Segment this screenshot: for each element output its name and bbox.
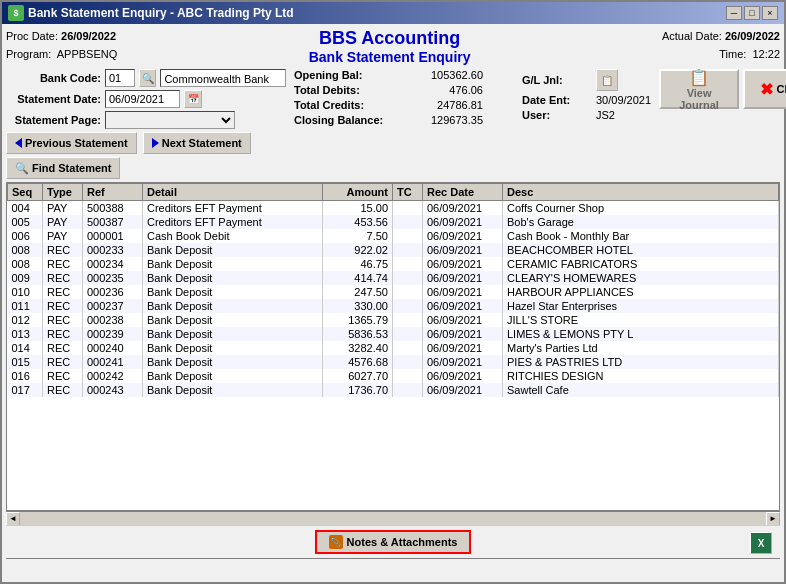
maximize-button[interactable]: □ [744, 6, 760, 20]
table-row[interactable]: 009 REC 000235 Bank Deposit 414.74 06/09… [8, 271, 779, 285]
cell-seq: 005 [8, 215, 43, 229]
excel-icon: X [758, 538, 765, 549]
notes-attachments-button[interactable]: 📎 Notes & Attachments [315, 530, 472, 554]
closing-bal-row: Closing Balance: 129673.35 [294, 114, 514, 126]
find-btn-row: 🔍 Find Statement [6, 157, 780, 179]
cell-ref: 000234 [83, 257, 143, 271]
cell-type: REC [43, 257, 83, 271]
cell-amount: 3282.40 [323, 341, 393, 355]
right-form-btn: G/L Jnl: 📋 Date Ent: 30/09/2021 User: JS… [522, 69, 786, 121]
bank-code-search-button[interactable]: 🔍 [139, 69, 156, 87]
total-credits-label: Total Credits: [294, 99, 399, 111]
cell-rec-date: 06/09/2021 [423, 299, 503, 313]
table-row[interactable]: 004 PAY 500388 Creditors EFT Payment 15.… [8, 201, 779, 216]
cell-tc [393, 341, 423, 355]
scroll-right-button[interactable]: ► [766, 512, 780, 526]
total-debits-value: 476.06 [403, 84, 483, 96]
table-row[interactable]: 016 REC 000242 Bank Deposit 6027.70 06/0… [8, 369, 779, 383]
cell-amount: 1365.79 [323, 313, 393, 327]
calendar-button[interactable]: 📅 [184, 90, 202, 108]
cell-tc [393, 355, 423, 369]
cell-detail: Bank Deposit [143, 341, 323, 355]
col-tc: TC [393, 184, 423, 201]
col-type: Type [43, 184, 83, 201]
notes-attachments-label: Notes & Attachments [347, 536, 458, 548]
cell-ref: 500388 [83, 201, 143, 216]
cell-amount: 4576.68 [323, 355, 393, 369]
table-row[interactable]: 011 REC 000237 Bank Deposit 330.00 06/09… [8, 299, 779, 313]
cell-rec-date: 06/09/2021 [423, 271, 503, 285]
gl-jnl-button[interactable]: 📋 [596, 69, 618, 91]
cell-amount: 414.74 [323, 271, 393, 285]
window-controls: ─ □ × [726, 6, 778, 20]
view-journal-button[interactable]: 📋 View Journal [659, 69, 739, 109]
cell-ref: 000239 [83, 327, 143, 341]
user-value: JS2 [596, 109, 615, 121]
scroll-left-button[interactable]: ◄ [6, 512, 20, 526]
cell-tc [393, 299, 423, 313]
table-row[interactable]: 006 PAY 000001 Cash Book Debit 7.50 06/0… [8, 229, 779, 243]
table-row[interactable]: 014 REC 000240 Bank Deposit 3282.40 06/0… [8, 341, 779, 355]
cell-desc: Marty's Parties Ltd [503, 341, 779, 355]
statement-date-input[interactable] [105, 90, 180, 108]
cell-ref: 000001 [83, 229, 143, 243]
cell-ref: 000233 [83, 243, 143, 257]
cell-seq: 008 [8, 257, 43, 271]
cell-amount: 7.50 [323, 229, 393, 243]
table-row[interactable]: 005 PAY 500387 Creditors EFT Payment 453… [8, 215, 779, 229]
next-statement-label: Next Statement [162, 137, 242, 149]
date-ent-row: Date Ent: 30/09/2021 [522, 94, 651, 106]
table-row[interactable]: 012 REC 000238 Bank Deposit 1365.79 06/0… [8, 313, 779, 327]
excel-export-button[interactable]: X [750, 532, 772, 554]
company-name: BBS Accounting [117, 28, 662, 49]
cell-detail: Bank Deposit [143, 271, 323, 285]
minimize-button[interactable]: ─ [726, 6, 742, 20]
program-value: APPBSENQ [57, 48, 118, 60]
table-row[interactable]: 008 REC 000233 Bank Deposit 922.02 06/09… [8, 243, 779, 257]
cell-rec-date: 06/09/2021 [423, 327, 503, 341]
find-statement-label: Find Statement [32, 162, 111, 174]
close-button[interactable]: ✖ Close [743, 69, 786, 109]
prev-statement-button[interactable]: Previous Statement [6, 132, 137, 154]
total-credits-row: Total Credits: 24786.81 [294, 99, 514, 111]
time-label: Time: [719, 48, 746, 60]
cell-rec-date: 06/09/2021 [423, 257, 503, 271]
table-row[interactable]: 013 REC 000239 Bank Deposit 5836.53 06/0… [8, 327, 779, 341]
gl-jnl-label: G/L Jnl: [522, 74, 592, 86]
table-row[interactable]: 015 REC 000241 Bank Deposit 4576.68 06/0… [8, 355, 779, 369]
find-statement-button[interactable]: 🔍 Find Statement [6, 157, 120, 179]
close-window-button[interactable]: × [762, 6, 778, 20]
opening-bal-label: Opening Bal: [294, 69, 399, 81]
cell-seq: 013 [8, 327, 43, 341]
view-journal-label: View Journal [669, 87, 729, 111]
cell-desc: HARBOUR APPLIANCES [503, 285, 779, 299]
table-row[interactable]: 008 REC 000234 Bank Deposit 46.75 06/09/… [8, 257, 779, 271]
cell-type: REC [43, 369, 83, 383]
cell-desc: CLEARY'S HOMEWARES [503, 271, 779, 285]
col-amount: Amount [323, 184, 393, 201]
cell-rec-date: 06/09/2021 [423, 369, 503, 383]
cell-type: REC [43, 355, 83, 369]
col-ref: Ref [83, 184, 143, 201]
table-row[interactable]: 010 REC 000236 Bank Deposit 247.50 06/09… [8, 285, 779, 299]
statement-page-select[interactable] [105, 111, 235, 129]
cell-rec-date: 06/09/2021 [423, 313, 503, 327]
bank-code-input[interactable] [105, 69, 135, 87]
title-bar: $ Bank Statement Enquiry - ABC Trading P… [2, 2, 784, 24]
date-ent-label: Date Ent: [522, 94, 592, 106]
cell-desc: Sawtell Cafe [503, 383, 779, 397]
cell-tc [393, 229, 423, 243]
cell-ref: 000242 [83, 369, 143, 383]
cell-rec-date: 06/09/2021 [423, 341, 503, 355]
data-table-section: Seq Type Ref Detail Amount TC Rec Date D… [6, 182, 780, 511]
cell-detail: Bank Deposit [143, 243, 323, 257]
cell-desc: CERAMIC FABRICATORS [503, 257, 779, 271]
actual-date-label: Actual Date: [662, 30, 722, 42]
scroll-track[interactable] [20, 514, 766, 524]
horizontal-scrollbar[interactable]: ◄ ► [6, 511, 780, 525]
table-row[interactable]: 017 REC 000243 Bank Deposit 1736.70 06/0… [8, 383, 779, 397]
next-triangle-icon [152, 138, 159, 148]
cell-type: PAY [43, 229, 83, 243]
cell-ref: 000237 [83, 299, 143, 313]
next-statement-button[interactable]: Next Statement [143, 132, 251, 154]
